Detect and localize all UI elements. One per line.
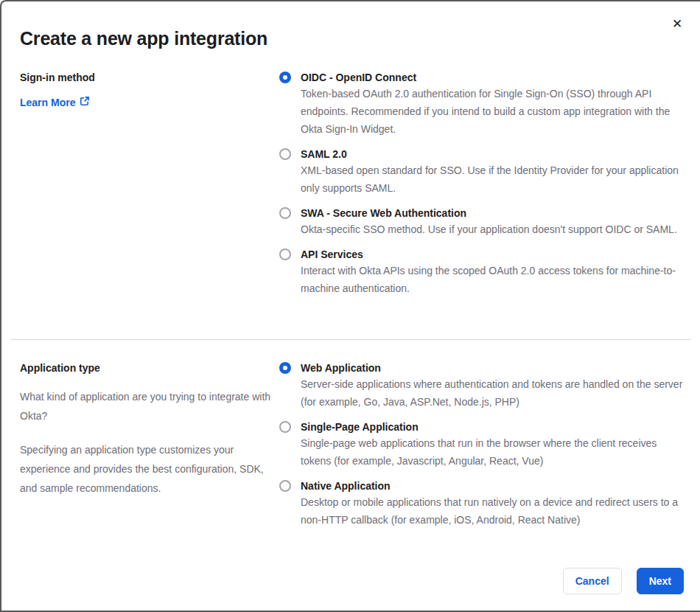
dialog-footer: Cancel Next xyxy=(20,568,684,594)
radio-unselected-icon[interactable] xyxy=(279,480,291,492)
application-type-options: Web Application Server-side applications… xyxy=(279,361,684,538)
cancel-button[interactable]: Cancel xyxy=(563,568,622,594)
external-link-icon xyxy=(80,95,90,110)
radio-selected-icon[interactable] xyxy=(279,72,291,83)
radio-option-web-application[interactable]: Web Application Server-side applications… xyxy=(279,361,684,411)
radio-option-swa[interactable]: SWA - Secure Web Authentication Okta-spe… xyxy=(279,206,684,238)
next-button[interactable]: Next xyxy=(637,568,684,594)
page-title: Create a new app integration xyxy=(20,28,684,49)
radio-unselected-icon[interactable] xyxy=(279,421,291,433)
learn-more-link[interactable]: Learn More xyxy=(20,95,90,110)
close-icon[interactable]: ✕ xyxy=(668,15,687,34)
option-label: SAML 2.0 xyxy=(301,147,684,161)
sign-in-method-section: Sign-in method Learn More OIDC - OpenID … xyxy=(20,70,684,306)
radio-option-api-services[interactable]: API Services Interact with Okta APIs usi… xyxy=(279,247,684,297)
option-description: Okta-specific SSO method. Use if your ap… xyxy=(301,220,677,238)
radio-option-single-page-application[interactable]: Single-Page Application Single-page web … xyxy=(279,420,684,470)
radio-unselected-icon[interactable] xyxy=(279,248,291,260)
option-description: Server-side applications where authentic… xyxy=(301,375,684,411)
radio-unselected-icon[interactable] xyxy=(279,207,291,219)
option-label: Native Application xyxy=(301,479,684,493)
learn-more-label: Learn More xyxy=(20,95,75,110)
application-type-left-column: Application type What kind of applicatio… xyxy=(20,361,279,538)
option-description: Interact with Okta APIs using the scoped… xyxy=(301,262,684,297)
section-divider xyxy=(11,339,691,340)
application-type-paragraph: What kind of application are you trying … xyxy=(20,387,279,425)
radio-option-saml[interactable]: SAML 2.0 XML-based open standard for SSO… xyxy=(279,147,684,197)
application-type-paragraph: Specifying an application type customize… xyxy=(20,440,279,498)
application-type-section: Application type What kind of applicatio… xyxy=(20,361,684,538)
application-type-heading: Application type xyxy=(20,361,279,375)
option-label: SWA - Secure Web Authentication xyxy=(301,206,677,220)
option-label: Single-Page Application xyxy=(301,420,684,434)
radio-unselected-icon[interactable] xyxy=(279,148,291,160)
sign-in-method-left-column: Sign-in method Learn More xyxy=(20,70,279,306)
radio-option-native-application[interactable]: Native Application Desktop or mobile app… xyxy=(279,479,684,529)
option-description: Desktop or mobile applications that run … xyxy=(301,493,684,529)
option-label: OIDC - OpenID Connect xyxy=(301,70,684,85)
option-description: Token-based OAuth 2.0 authentication for… xyxy=(301,85,684,138)
create-app-integration-dialog: ✕ Create a new app integration Sign-in m… xyxy=(0,0,700,612)
option-description: Single-page web applications that run in… xyxy=(301,434,684,470)
sign-in-method-options: OIDC - OpenID Connect Token-based OAuth … xyxy=(279,70,684,306)
option-label: API Services xyxy=(301,247,684,262)
radio-option-oidc[interactable]: OIDC - OpenID Connect Token-based OAuth … xyxy=(279,70,684,138)
option-label: Web Application xyxy=(301,361,684,375)
radio-selected-icon[interactable] xyxy=(279,362,291,374)
option-description: XML-based open standard for SSO. Use if … xyxy=(301,161,684,197)
sign-in-method-heading: Sign-in method xyxy=(20,70,279,85)
